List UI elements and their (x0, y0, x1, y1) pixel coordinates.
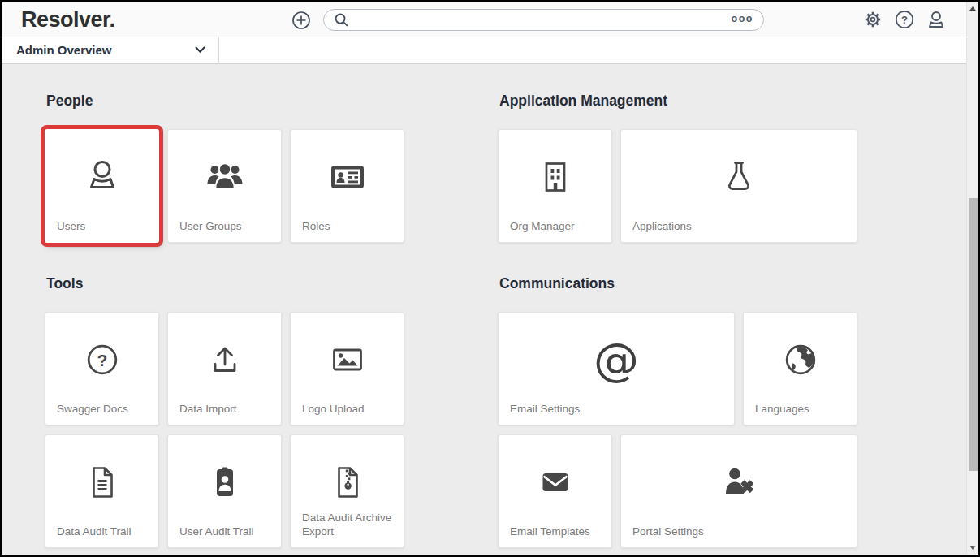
card-label: Data Import (179, 402, 273, 416)
content-left-column: People Users (45, 92, 405, 548)
card-data-audit-archive-export[interactable]: Data Audit Archive Export (290, 434, 404, 548)
upload-icon (168, 340, 281, 379)
section-communications: Communications @ Email Settings (498, 274, 857, 548)
scroll-down-button[interactable] (967, 542, 978, 554)
section-title-application-management: Application Management (499, 92, 857, 110)
chevron-down-icon (195, 46, 205, 54)
user-x-icon (621, 463, 857, 502)
svg-text:?: ? (901, 14, 908, 26)
image-icon (291, 340, 404, 379)
scrollbar-thumb[interactable] (969, 198, 978, 471)
question-circle-icon: ? (45, 340, 158, 379)
card-label: Portal Settings (632, 525, 848, 538)
gear-icon (863, 19, 883, 32)
section-title-people: People (46, 92, 405, 110)
vertical-scrollbar[interactable] (966, 2, 978, 555)
section-title-communications: Communications (499, 274, 857, 292)
card-applications[interactable]: Applications (620, 129, 857, 243)
card-email-templates[interactable]: Email Templates (498, 434, 612, 548)
card-label: Roles (302, 219, 395, 233)
create-new-button[interactable] (291, 11, 311, 30)
at-sign-icon: @ (499, 340, 734, 379)
user-icon (926, 19, 946, 32)
card-user-audit-trail[interactable]: User Audit Trail (167, 434, 282, 548)
admin-overview-content: People Users (2, 64, 978, 548)
card-label: Data Audit Trail (57, 525, 150, 538)
card-label: Languages (755, 402, 848, 416)
roles-id-card-icon (291, 158, 404, 196)
topbar-actions: ? (863, 10, 946, 29)
card-label: Data Audit Archive Export (302, 511, 395, 538)
global-search-input[interactable] (356, 14, 732, 26)
card-org-manager[interactable]: Org Manager (498, 129, 612, 243)
flask-icon (621, 158, 857, 196)
card-label: Applications (632, 219, 848, 233)
card-label: User Groups (179, 219, 273, 233)
zip-document-icon (291, 463, 404, 502)
card-label: Swagger Docs (57, 402, 150, 416)
plus-circle-icon (291, 20, 311, 32)
search-icon (334, 12, 349, 28)
view-selector-dropdown[interactable]: Admin Overview (2, 37, 219, 63)
communications-card-grid: @ Email Settings Languages (498, 312, 857, 548)
card-label: Email Settings (510, 402, 726, 416)
application-management-card-grid: Org Manager Applications (498, 129, 857, 243)
global-search[interactable]: ooo (323, 9, 764, 31)
card-data-audit-trail[interactable]: Data Audit Trail (45, 434, 159, 548)
help-button[interactable]: ? (895, 10, 914, 29)
section-tools: Tools ? Swagger Docs (45, 274, 405, 548)
badge-user-icon (168, 463, 281, 502)
triangle-up-icon (969, 6, 976, 11)
user-account-button[interactable] (926, 10, 946, 29)
card-user-groups[interactable]: User Groups (167, 129, 282, 243)
building-icon (499, 158, 611, 196)
card-label: Email Templates (510, 525, 603, 538)
card-label: Users (57, 219, 150, 233)
tools-card-grid: ? Swagger Docs Dat (45, 312, 405, 548)
card-email-settings[interactable]: @ Email Settings (498, 312, 735, 425)
secondary-nav-bar: Admin Overview (2, 37, 978, 64)
people-card-grid: Users U (45, 129, 405, 243)
resolver-logo[interactable]: Resolver. (21, 7, 115, 32)
search-more-menu[interactable]: ooo (732, 14, 753, 26)
envelope-icon (499, 463, 611, 502)
scroll-up-button[interactable] (967, 2, 978, 15)
content-right-column: Application Management (498, 92, 857, 548)
globe-icon (744, 340, 857, 379)
card-languages[interactable]: Languages (743, 312, 857, 425)
app-window: Resolver. ooo (0, 0, 980, 557)
card-roles[interactable]: Roles (290, 129, 404, 243)
top-navigation-bar: Resolver. ooo (2, 2, 978, 37)
settings-button[interactable] (863, 10, 883, 29)
card-portal-settings[interactable]: Portal Settings (620, 434, 857, 548)
triangle-down-icon (969, 546, 976, 550)
section-title-tools: Tools (46, 274, 405, 292)
document-icon (45, 463, 158, 502)
section-application-management: Application Management (498, 92, 857, 243)
section-people: People Users (45, 92, 405, 243)
svg-text:?: ? (97, 351, 107, 369)
card-label: Org Manager (510, 219, 603, 233)
user-groups-icon (168, 158, 281, 196)
card-label: Logo Upload (302, 402, 395, 416)
card-data-import[interactable]: Data Import (167, 312, 282, 425)
users-icon (45, 158, 158, 196)
card-logo-upload[interactable]: Logo Upload (290, 312, 404, 425)
view-selector-label: Admin Overview (16, 43, 112, 57)
card-users[interactable]: Users (45, 129, 159, 243)
card-swagger-docs[interactable]: ? Swagger Docs (45, 312, 159, 425)
question-circle-icon: ? (895, 19, 914, 32)
card-label: User Audit Trail (179, 525, 273, 538)
